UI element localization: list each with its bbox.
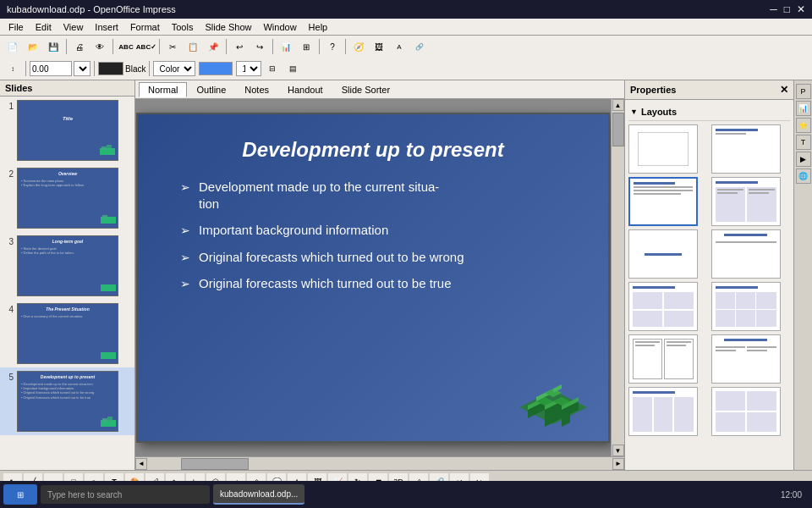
horiz-scroll-thumb[interactable] bbox=[181, 458, 249, 470]
navigator-button[interactable]: 🧭 bbox=[349, 38, 368, 55]
lt-line-15 bbox=[633, 286, 675, 289]
menu-view[interactable]: View bbox=[58, 21, 89, 33]
menu-format[interactable]: Format bbox=[125, 21, 165, 33]
slide-item-2[interactable]: 2 Overview • Summarize the main plans. •… bbox=[0, 164, 134, 232]
menu-window[interactable]: Window bbox=[258, 21, 301, 33]
new-button[interactable]: 📄 bbox=[3, 38, 22, 55]
side-icon-3[interactable]: ⭐ bbox=[796, 118, 811, 133]
menu-edit[interactable]: Edit bbox=[30, 21, 57, 33]
scroll-track[interactable] bbox=[612, 111, 624, 444]
lt-line-23 bbox=[716, 350, 737, 351]
tab-notes[interactable]: Notes bbox=[235, 82, 278, 97]
layout-blank[interactable] bbox=[628, 124, 698, 174]
side-icon-5[interactable]: ▶ bbox=[796, 152, 811, 167]
side-icon-2[interactable]: 📊 bbox=[796, 101, 811, 116]
undo-button[interactable]: ↩ bbox=[230, 38, 249, 55]
main-wrapper: Slides 1 Title 2 Overvi bbox=[0, 80, 812, 508]
close-button[interactable]: ✕ bbox=[797, 3, 805, 15]
tab-normal[interactable]: Normal bbox=[139, 82, 187, 97]
minimize-button[interactable]: ─ bbox=[770, 3, 777, 15]
layout-two-col-text[interactable] bbox=[711, 334, 781, 384]
redo-button[interactable]: ↪ bbox=[250, 38, 269, 55]
shade-button[interactable]: ▤ bbox=[283, 60, 302, 77]
properties-close-button[interactable]: ✕ bbox=[780, 84, 788, 96]
style-select[interactable]: Color bbox=[153, 61, 195, 76]
help-button[interactable]: ? bbox=[323, 38, 342, 55]
menu-file[interactable]: File bbox=[3, 21, 29, 33]
slide-item-5[interactable]: 5 Development up to present • Developmen… bbox=[0, 367, 134, 435]
lt-line-5 bbox=[634, 190, 693, 191]
scroll-left-button[interactable]: ◄ bbox=[135, 458, 147, 470]
slide-item-3[interactable]: 3 Long-term goal • State the desired goa… bbox=[0, 232, 134, 300]
menu-help[interactable]: Help bbox=[304, 21, 333, 33]
tab-handout[interactable]: Handout bbox=[278, 82, 332, 97]
display-mode-button[interactable]: ⊟ bbox=[263, 60, 282, 77]
slide4-img bbox=[101, 349, 116, 362]
scroll-up-button[interactable]: ▲ bbox=[612, 99, 624, 111]
lt-line-6 bbox=[634, 193, 681, 195]
layout-two-content[interactable] bbox=[628, 334, 698, 384]
layout-title-text[interactable] bbox=[711, 229, 781, 279]
toolbar2-sep-1 bbox=[25, 61, 26, 76]
bullet-item-4: ➢ Original forecasts which turned out to… bbox=[180, 275, 583, 292]
paste-button[interactable]: 📌 bbox=[204, 38, 222, 55]
bullet-item-2: ➢ Important background information bbox=[180, 222, 583, 239]
unit-select[interactable]: " bbox=[74, 61, 91, 76]
slide-canvas-area[interactable]: Development up to present ➢ Development … bbox=[135, 99, 611, 456]
slide-item-4[interactable]: 4 The Present Situation • Give a summary… bbox=[0, 300, 134, 367]
open-button[interactable]: 📂 bbox=[24, 38, 42, 55]
cut-button[interactable]: ✂ bbox=[163, 38, 182, 55]
menu-tools[interactable]: Tools bbox=[167, 21, 199, 33]
main-area: Slides 1 Title 2 Overvi bbox=[0, 80, 812, 470]
current-slide[interactable]: Development up to present ➢ Development … bbox=[136, 113, 610, 443]
search-bar[interactable]: Type here to search bbox=[41, 485, 210, 504]
chart-button[interactable]: 📊 bbox=[277, 38, 295, 55]
scroll-right-button[interactable]: ► bbox=[612, 458, 624, 470]
copy-button[interactable]: 📋 bbox=[184, 38, 202, 55]
fontwork-button[interactable]: A bbox=[390, 38, 409, 55]
slide-item-1[interactable]: 1 Title bbox=[0, 97, 134, 164]
layout-title-six[interactable] bbox=[711, 282, 781, 331]
side-icon-6[interactable]: 🌐 bbox=[796, 168, 811, 184]
layout-four-grid[interactable] bbox=[711, 387, 781, 436]
menu-slideshow[interactable]: Slide Show bbox=[200, 21, 256, 33]
scroll-thumb[interactable] bbox=[612, 113, 624, 146]
layout-two-col[interactable] bbox=[711, 177, 781, 226]
lt-line-26 bbox=[633, 391, 675, 394]
layout-four-content[interactable] bbox=[628, 282, 698, 331]
layout-title-content[interactable] bbox=[628, 177, 698, 226]
start-button[interactable]: ⊞ bbox=[3, 484, 37, 505]
scroll-down-button[interactable]: ▼ bbox=[612, 444, 624, 456]
lt-line-21 bbox=[724, 339, 766, 341]
toolbar-area: 📄 📂 💾 🖨 👁 ABC ABC✓ ✂ 📋 📌 ↩ ↪ 📊 ⊞ ? 🧭 🖼 A… bbox=[0, 36, 812, 80]
autocorrect-button[interactable]: ABC✓ bbox=[137, 38, 156, 55]
vertical-scrollbar[interactable]: ▲ ▼ bbox=[611, 99, 624, 456]
toolbar-sep-7 bbox=[345, 39, 346, 54]
save-button[interactable]: 💾 bbox=[44, 38, 63, 55]
horizontal-scrollbar[interactable]: ◄ ► bbox=[135, 456, 624, 470]
insert-table-button[interactable]: ⊞ bbox=[297, 38, 315, 55]
print-button[interactable]: 🖨 bbox=[70, 38, 89, 55]
layouts-expand-icon[interactable]: ▼ bbox=[630, 108, 638, 116]
gallery-button[interactable]: 🖼 bbox=[370, 38, 388, 55]
position-input[interactable] bbox=[30, 61, 72, 76]
slides-list[interactable]: 1 Title 2 Overview • Summarize the mai bbox=[0, 97, 134, 470]
hyperlink-button[interactable]: 🔗 bbox=[410, 38, 429, 55]
maximize-button[interactable]: □ bbox=[784, 3, 790, 15]
tab-slide-sorter[interactable]: Slide Sorter bbox=[332, 82, 399, 97]
lt-six-3 bbox=[756, 292, 776, 309]
side-icon-4[interactable]: T bbox=[796, 135, 811, 150]
spellcheck-button[interactable]: ABC bbox=[117, 38, 135, 55]
side-icon-1[interactable]: P bbox=[796, 84, 811, 99]
arrow-style-button[interactable]: ↕ bbox=[3, 60, 22, 77]
layout-title-only[interactable] bbox=[711, 124, 781, 174]
lt-fg-1 bbox=[716, 391, 745, 411]
layout-centered[interactable] bbox=[628, 229, 698, 279]
horiz-scroll-track[interactable] bbox=[147, 457, 612, 471]
layout-three-content[interactable] bbox=[628, 387, 698, 436]
taskbar-app-button[interactable]: kubadownload.odp... bbox=[213, 484, 304, 505]
menu-insert[interactable]: Insert bbox=[90, 21, 123, 33]
fill-style-select[interactable]: 1 bbox=[236, 61, 261, 76]
tab-outline[interactable]: Outline bbox=[187, 82, 235, 97]
preview-button[interactable]: 👁 bbox=[91, 38, 109, 55]
